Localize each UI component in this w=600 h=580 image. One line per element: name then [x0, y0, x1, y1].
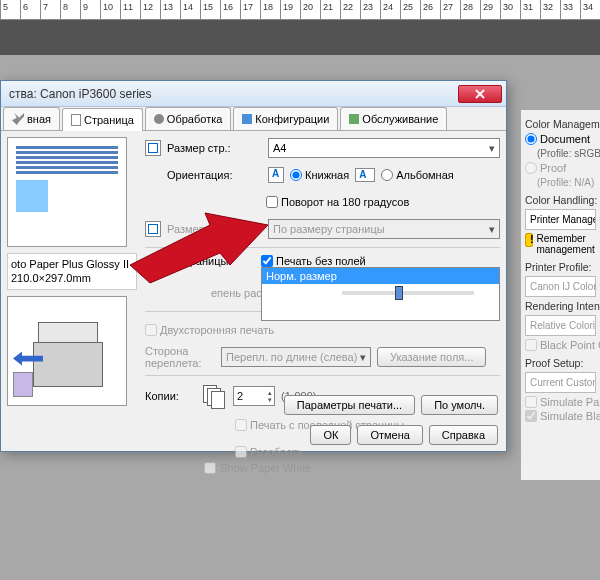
config-icon: [242, 114, 252, 124]
paper-size-icon: [145, 221, 161, 237]
paper-size-dropdown: По размеру страницы: [268, 219, 500, 239]
document-radio[interactable]: Document: [525, 133, 596, 145]
wrench-icon: [12, 113, 24, 125]
show-paper-white-checkbox: Show Paper White: [204, 462, 311, 474]
rendering-label: Rendering Intent:: [525, 300, 596, 312]
orientation-label: Ориентация:: [167, 169, 262, 181]
tab-service[interactable]: Обслуживание: [340, 107, 447, 130]
tab-main[interactable]: вная: [3, 107, 60, 130]
service-icon: [349, 114, 359, 124]
profile-na-text: (Profile: N/A): [525, 177, 596, 188]
close-icon: [475, 89, 485, 99]
page-size-dropdown[interactable]: A4: [268, 138, 500, 158]
footer-buttons: ОК Отмена Справка: [310, 425, 498, 445]
profile-text: (Profile: sRGB IE: [525, 148, 596, 159]
tab-config[interactable]: Конфигурации: [233, 107, 338, 130]
close-button[interactable]: [458, 85, 502, 103]
sim-paper-checkbox: Simulate Paper: [525, 396, 596, 408]
rendering-dropdown: Relative Colorimetric: [525, 315, 596, 336]
document-radio-input[interactable]: [525, 133, 537, 145]
landscape-radio[interactable]: Альбомная: [381, 169, 454, 181]
defaults-button[interactable]: По умолч.: [421, 395, 498, 415]
printer-profile-dropdown: Canon IJ Color Prin: [525, 276, 596, 297]
proof-setup-label: Proof Setup:: [525, 357, 596, 369]
black-point-checkbox: Black Point Com: [525, 339, 596, 351]
page-size-label: Размер стр.:: [167, 142, 262, 154]
page-preview: [7, 137, 127, 247]
printer-illustration: [7, 296, 127, 406]
warning-icon: [525, 233, 533, 247]
titlebar[interactable]: ства: Canon iP3600 series: [1, 81, 506, 107]
tab-bar: вная Страница Обработка Конфигурации Обс…: [1, 107, 506, 131]
copies-label: Копии:: [145, 390, 195, 402]
dialog-body: oto Paper Plus Glossy II 210.0×297.0mm Р…: [1, 131, 506, 419]
copies-icon: [201, 383, 227, 409]
color-management-panel: Color Management Document (Profile: sRGB…: [520, 110, 600, 480]
landscape-icon: [355, 168, 375, 182]
gear-icon: [154, 114, 164, 124]
panel-title: Color Management: [525, 118, 596, 130]
collate-checkbox: Разобрать: [235, 446, 303, 458]
extension-slider[interactable]: [342, 291, 474, 295]
print-properties-dialog: ства: Canon iP3600 series вная Страница …: [0, 80, 507, 452]
window-title: ства: Canon iP3600 series: [5, 87, 458, 101]
page-size-icon: [145, 140, 161, 156]
canvas-dark-area: [0, 20, 600, 55]
margin-button: Указание поля...: [377, 347, 486, 367]
ruler: // populated below 567891011121314151617…: [0, 0, 600, 20]
print-params-button[interactable]: Параметры печати...: [284, 395, 415, 415]
preview-column: oto Paper Plus Glossy II 210.0×297.0mm: [7, 137, 137, 413]
layout-label: Макет страницы:: [145, 255, 255, 267]
copies-input[interactable]: 2: [233, 386, 275, 406]
rotate-180-checkbox[interactable]: Поворот на 180 градусов: [266, 196, 409, 208]
settings-column: Размер стр.: A4 Ориентация: Книжная Альб…: [145, 137, 500, 413]
handling-dropdown[interactable]: Printer Manages Col: [525, 209, 596, 230]
sim-black-checkbox: Simulate Black I: [525, 410, 596, 422]
proof-setup-dropdown: Current Custom Set: [525, 372, 596, 393]
cancel-button[interactable]: Отмена: [357, 425, 422, 445]
borderless-checkbox[interactable]: Печать без полей: [261, 255, 500, 267]
portrait-icon: [268, 167, 284, 183]
portrait-radio[interactable]: Книжная: [290, 169, 349, 181]
page-icon: [71, 114, 81, 126]
handling-label: Color Handling:: [525, 194, 596, 206]
printer-profile-label: Printer Profile:: [525, 261, 596, 273]
ok-button[interactable]: ОК: [310, 425, 351, 445]
show-paper-white-input: [204, 462, 216, 474]
proof-radio[interactable]: Proof: [525, 162, 596, 174]
mid-button-row: Параметры печати... По умолч.: [284, 395, 498, 415]
help-button[interactable]: Справка: [429, 425, 498, 445]
proof-radio-input: [525, 162, 537, 174]
paper-info: oto Paper Plus Glossy II 210.0×297.0mm: [7, 253, 137, 290]
duplex-checkbox: Двухсторонняя печать: [145, 324, 274, 336]
binding-label: Сторона переплета:: [145, 345, 215, 369]
paper-size-label: Размер бумаги:: [167, 223, 262, 235]
tab-page[interactable]: Страница: [62, 108, 143, 131]
binding-dropdown: Перепл. по длине (слева): [221, 347, 371, 367]
list-item[interactable]: Норм. размер: [262, 268, 499, 284]
tab-process[interactable]: Обработка: [145, 107, 231, 130]
remember-warning: Remember management: [525, 233, 596, 255]
